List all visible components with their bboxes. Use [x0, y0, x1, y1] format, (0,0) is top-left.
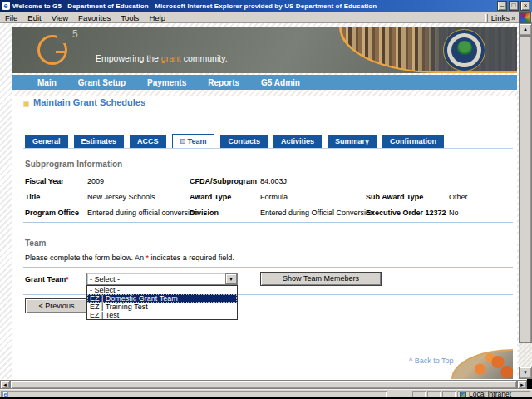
- grant-team-select-value: - Select -: [87, 275, 225, 283]
- nav-grant-setup[interactable]: Grant Setup: [78, 78, 126, 87]
- minimize-button[interactable]: –: [497, 1, 507, 11]
- field-label-program-office: Program Office: [25, 209, 79, 217]
- field-value-award-type: Formula: [260, 193, 288, 201]
- nav-g5-admin[interactable]: G5 Admin: [261, 78, 300, 87]
- vertical-scrollbar-thumb[interactable]: [519, 36, 532, 343]
- field-label-executive-order: Executive Order 12372: [366, 209, 446, 217]
- field-label-award-type: Award Type: [190, 193, 231, 201]
- g5-logo-icon: [37, 35, 67, 65]
- scroll-right-icon[interactable]: ►: [517, 380, 527, 389]
- field-label-sub-award-type: Sub Award Type: [366, 193, 423, 201]
- page-title-bullet-icon: [23, 101, 29, 107]
- window-controls: – □ ×: [497, 1, 530, 11]
- grant-team-dropdown-list: - Select - EZ | Domestic Grant Team EZ |…: [86, 285, 238, 320]
- close-button[interactable]: ×: [520, 1, 530, 11]
- status-panel-3: [442, 391, 456, 397]
- dropdown-option-domestic-grant-team[interactable]: EZ | Domestic Grant Team: [87, 294, 237, 303]
- toolbar-grip[interactable]: [485, 14, 488, 22]
- nav-reports[interactable]: Reports: [208, 78, 239, 87]
- maximize-button[interactable]: □: [509, 1, 519, 11]
- dropdown-option-training-test[interactable]: EZ | Training Test: [87, 303, 237, 311]
- previous-button[interactable]: < Previous: [25, 298, 88, 313]
- g5-banner: 5 Empowering the grant community.: [12, 27, 517, 73]
- status-panel-1: [412, 391, 426, 397]
- menu-view[interactable]: View: [47, 13, 73, 22]
- field-value-division: Entered during Official Conversion: [260, 209, 374, 217]
- field-label-division: Division: [190, 209, 219, 217]
- field-label-cfda: CFDA/Subprogram: [190, 177, 257, 185]
- menu-edit[interactable]: Edit: [22, 13, 46, 22]
- subprogram-row-2: Title New Jersey Schools Award Type Form…: [0, 193, 513, 203]
- page-document-icon: e: [2, 391, 8, 397]
- horizontal-scrollbar[interactable]: ◄ ►: [0, 379, 527, 389]
- nav-payments[interactable]: Payments: [147, 78, 186, 87]
- show-team-members-button[interactable]: Show Team Memebers: [260, 272, 382, 286]
- menu-file[interactable]: File: [0, 13, 22, 22]
- field-value-cfda: 84.003J: [260, 177, 287, 185]
- field-value-fiscal-year: 2009: [87, 177, 104, 185]
- tab-activities[interactable]: Activities: [273, 135, 322, 148]
- status-panel-2: [427, 391, 441, 397]
- field-value-sub-award-type: Other: [449, 193, 468, 201]
- bookshelf-photo: [339, 27, 517, 73]
- links-chevron-icon[interactable]: »: [511, 14, 515, 22]
- scroll-left-icon[interactable]: ◄: [0, 380, 10, 389]
- main-nav-bar: Main Grant Setup Payments Reports G5 Adm…: [12, 75, 517, 90]
- dropdown-option-test[interactable]: EZ | Test: [87, 311, 237, 319]
- horizontal-scrollbar-thumb[interactable]: [10, 380, 517, 389]
- field-value-executive-order: No: [449, 209, 459, 217]
- field-label-fiscal-year: Fiscal Year: [25, 177, 64, 185]
- tab-confirmation[interactable]: Confirmation: [382, 135, 444, 148]
- grant-team-required-star: *: [66, 275, 69, 283]
- required-field-note: Please complete the form below. An * ind…: [25, 254, 234, 262]
- window-title: Welcome to G5 - Department of Education …: [12, 2, 377, 10]
- scroll-up-icon[interactable]: ▲: [519, 23, 532, 36]
- intranet-zone-label: Local intranet: [469, 391, 511, 397]
- tab-bar: General Estimates ACCS Team Contacts Act…: [25, 134, 444, 148]
- tab-estimates[interactable]: Estimates: [74, 135, 125, 148]
- security-zone-panel: Local intranet: [457, 391, 530, 397]
- field-value-title: New Jersey Schools: [87, 193, 155, 201]
- browser-throbber-icon: [519, 12, 531, 23]
- back-to-top-link[interactable]: ^ Back to Top: [409, 357, 454, 365]
- page-title: Maintain Grant Schedules: [33, 97, 145, 107]
- status-bar: e Local intranet: [0, 389, 532, 397]
- subprogram-heading: Subprogram Information: [25, 160, 122, 169]
- tab-accs[interactable]: ACCS: [130, 135, 166, 148]
- subprogram-row-3: Program Office Entered during official c…: [0, 209, 513, 219]
- links-toolbar[interactable]: Links: [491, 13, 510, 22]
- dropdown-option-select[interactable]: - Select -: [87, 286, 237, 294]
- grant-team-select[interactable]: - Select - ▼: [86, 273, 238, 285]
- intranet-zone-icon: [460, 392, 466, 397]
- tab-summary[interactable]: Summary: [328, 135, 377, 148]
- subprogram-row-1: Fiscal Year 2009 CFDA/Subprogram 84.003J: [0, 177, 513, 187]
- section-divider: [23, 222, 513, 223]
- browser-window: e Welcome to G5 - Department of Educatio…: [0, 0, 532, 399]
- menu-help[interactable]: Help: [144, 13, 170, 22]
- menu-tools[interactable]: Tools: [116, 13, 144, 22]
- menu-bar: File Edit View Favorites Tools Help Link…: [0, 12, 532, 23]
- field-label-title: Title: [25, 193, 40, 201]
- scroll-down-icon[interactable]: ▼: [519, 367, 532, 379]
- active-tab-icon: [180, 139, 185, 144]
- menu-favorites[interactable]: Favorites: [73, 13, 116, 22]
- select-dropdown-arrow-icon[interactable]: ▼: [225, 273, 237, 284]
- g5-logo-five: 5: [72, 28, 78, 40]
- tab-general[interactable]: General: [25, 135, 68, 148]
- nav-main[interactable]: Main: [37, 78, 57, 87]
- title-bar[interactable]: e Welcome to G5 - Department of Educatio…: [0, 0, 532, 12]
- team-heading: Team: [25, 239, 46, 248]
- tab-team[interactable]: Team: [172, 134, 215, 148]
- field-value-program-office: Entered during official conversion: [87, 209, 198, 217]
- grant-team-label: Grant Team*: [25, 275, 69, 283]
- banner-tagline: Empowering the grant community.: [96, 53, 228, 63]
- tab-contacts[interactable]: Contacts: [220, 135, 268, 148]
- status-main-panel: e: [1, 391, 387, 397]
- dept-of-education-seal-icon: [443, 29, 485, 71]
- vertical-scrollbar[interactable]: ▲ ▼: [519, 23, 532, 379]
- tab-underline: [23, 148, 513, 149]
- ie-window-icon: e: [2, 2, 10, 10]
- form-divider-top: [23, 267, 513, 268]
